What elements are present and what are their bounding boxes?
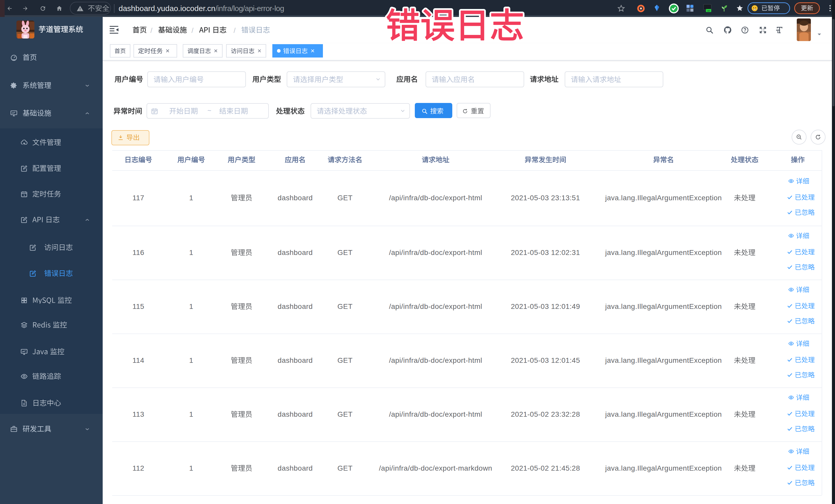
svg-text:on: on — [707, 9, 710, 12]
